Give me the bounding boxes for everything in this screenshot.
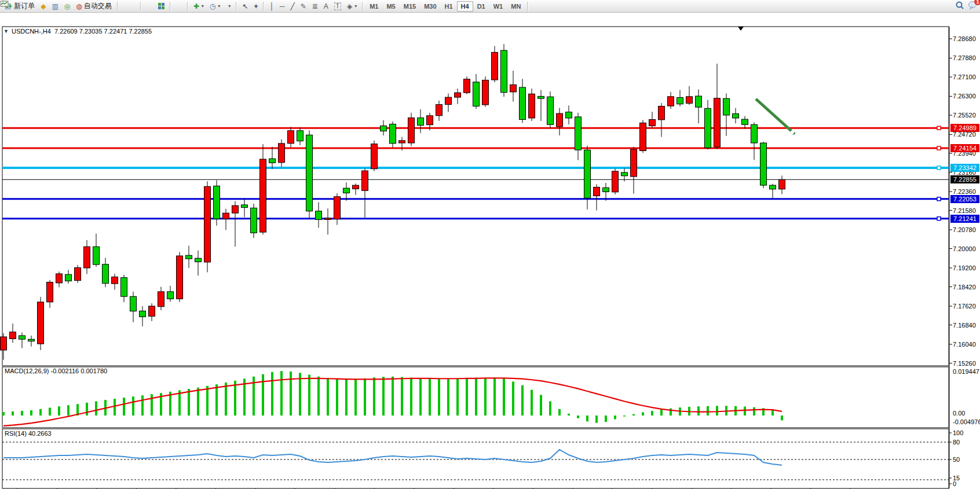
timeframe-button-H4[interactable]: H4 [457,1,473,12]
candle-body [121,278,127,297]
candle-body [473,82,480,106]
candle-body [334,197,341,219]
templates-button[interactable]: ▾ [223,1,233,12]
candle-body [733,113,739,118]
price-tick-label: 7.20780 [953,226,976,233]
trendline-icon: ╱ [290,3,294,10]
candle-body [408,118,415,143]
candle-body [445,97,452,105]
timeframe-button-D1[interactable]: D1 [473,1,489,12]
clock-icon: ◷ [210,3,215,10]
candle-body [520,87,526,120]
level-handle-7.24989[interactable] [937,126,941,130]
zoom-out-button[interactable] [149,1,155,12]
chart-shift-marker[interactable] [738,27,744,31]
candle-body [93,247,100,264]
text-label-button[interactable]: T [331,1,344,12]
tile-windows-button[interactable] [155,1,167,12]
text-icon: A [324,3,328,10]
line-chart-button[interactable] [132,1,138,12]
timeframe-button-H1[interactable]: H1 [441,1,457,12]
candle-body [760,143,767,185]
search-icon[interactable] [955,1,964,12]
candle-body [705,108,711,148]
signals-button[interactable]: ◎ [61,1,73,12]
candle-body [510,84,517,92]
chart-shift-button[interactable] [179,1,185,12]
market-watch-button[interactable]: ◆ [38,1,49,12]
candle-body [751,124,758,143]
vertical-line-button[interactable]: │ [266,1,277,12]
auto-trading-button[interactable]: ◍自动交易 [73,1,114,12]
level-handle-7.24154[interactable] [937,146,941,150]
candle-body [631,149,637,177]
toolbar-separator [117,2,118,11]
toolbar-separator [140,2,141,11]
candle-body [297,131,303,141]
level-handle-7.23342[interactable] [937,166,941,170]
candle-body [47,282,53,302]
timeframe-button-M5[interactable]: M5 [382,1,399,12]
chart-menu-arrow[interactable]: ▼ [3,28,9,34]
candle-body [501,50,507,93]
level-handle-7.22053[interactable] [937,197,941,201]
candle-body [584,150,591,198]
crosshair-icon: + [254,3,258,10]
candle-body [640,123,646,150]
timeframe-button-MN[interactable]: MN [507,1,525,12]
tile-windows-icon [158,3,164,9]
toolbar-separator [527,2,528,11]
candle-body [167,292,174,299]
candle-body [779,179,785,189]
candle-chart-button[interactable] [126,1,132,12]
cursor-button[interactable]: ↖ [239,1,251,12]
candle-body [455,93,461,97]
level-handle-7.21241[interactable] [937,217,941,220]
zoom-in-button[interactable] [144,1,149,12]
periods-button[interactable]: ◷▾ [207,1,224,12]
macd-min-label: -0.004976 [953,418,980,425]
candle-body [742,119,748,124]
candle-body [677,98,683,104]
timeframe-button-M15[interactable]: M15 [400,1,420,12]
text-button[interactable]: A [321,1,331,12]
candle-body [714,98,721,147]
candle-body [242,205,248,208]
candle-body [353,185,359,189]
timeframe-button-W1[interactable]: W1 [489,1,507,12]
macd-label: MACD(12,26,9) -0.002116 0.001780 [5,367,107,374]
equidistant-channel-button[interactable]: ✎ [298,1,309,12]
price-tick-label: 7.22360 [953,188,976,195]
timeframe-button-M30[interactable]: M30 [420,1,440,12]
new-order-button-label: 新订单 [14,1,35,11]
notifications-icon[interactable]: 1 [968,1,978,12]
data-window-button[interactable]: ▥ [49,1,61,12]
terminal-icon: ▥ [52,3,58,10]
candle-body [260,159,266,232]
current-price-badge: 7.22855 [950,175,979,183]
trendline-button[interactable]: ╱ [287,1,297,12]
candle-body [288,131,294,144]
indicators-button[interactable]: ✚▾ [191,1,207,12]
candle-body [770,185,776,189]
price-tick-label: 7.17620 [953,303,976,310]
candle-body [75,268,81,281]
candle-body [482,80,489,105]
horizontal-line-button[interactable]: ─ [277,1,288,12]
candle-body [1,337,7,350]
dropdown-caret-icon: ▾ [228,3,231,9]
fibonacci-button[interactable]: ≣ [309,1,321,12]
candle-body [214,186,220,219]
candle-body [381,126,387,131]
arrows-button[interactable]: ◈▾ [344,1,360,12]
candle-body [177,256,183,299]
price-tick-label: 7.27100 [953,73,976,80]
price-tick-label: 7.16040 [953,341,976,348]
auto-scroll-button[interactable] [173,1,179,12]
candle-body [362,171,368,190]
dropdown-caret-icon: ▾ [354,3,357,9]
bar-chart-button[interactable] [120,1,126,12]
candle-body [112,277,118,284]
crosshair-button[interactable]: + [251,1,261,12]
timeframe-button-M1[interactable]: M1 [365,1,382,12]
